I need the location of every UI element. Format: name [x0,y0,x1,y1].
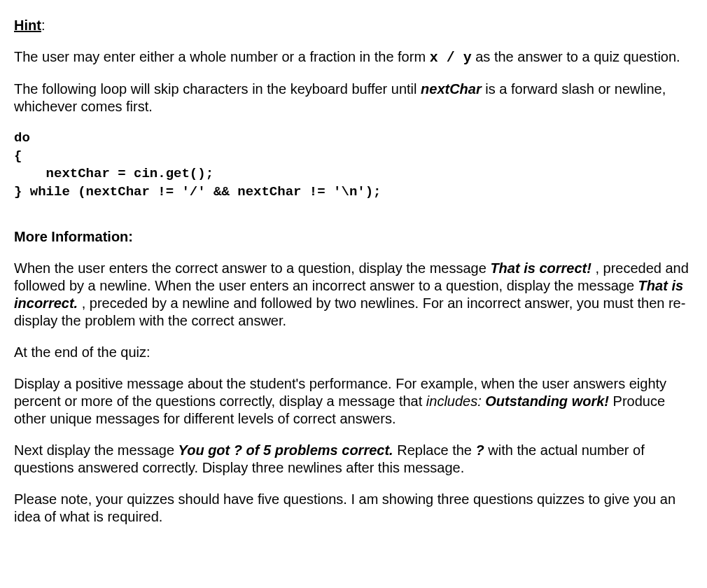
more-p3-includes: includes: [426,393,482,409]
more-p4-q: ? [476,442,484,458]
hint-p1-b: as the answer to a quiz question. [472,49,680,64]
code-block: do { nextChar = cin.get(); } while (next… [14,130,693,202]
more-info-heading: More Information: [14,228,693,246]
more-para-4: Next display the message You got ? of 5 … [14,442,693,477]
more-para-3: Display a positive message about the stu… [14,375,693,428]
hint-p1-y: y [463,50,472,66]
more-p1-a: When the user enters the correct answer … [14,260,490,276]
more-p4-b: Replace the [393,442,476,458]
hint-heading-line: Hint: [14,17,693,34]
more-p4-yougot: You got ? of 5 problems correct. [178,442,393,458]
hint-colon: : [41,18,46,33]
more-p4-a: Next display the message [14,442,178,458]
hint-heading: Hint [14,18,41,33]
hint-para-2: The following loop will skip characters … [14,80,693,115]
more-para-5: Please note, your quizzes should have fi… [14,491,693,526]
hint-p2-a: The following loop will skip characters … [14,81,421,97]
hint-p1-a: The user may enter either a whole number… [14,49,430,64]
more-para-2: At the end of the quiz: [14,344,693,361]
more-p3-outstanding: Outstanding work! [485,393,609,409]
hint-p2-nextchar: nextChar [421,81,482,97]
document-body: Hint: The user may enter either a whole … [14,17,693,526]
hint-p1-slash: / [438,50,463,66]
more-p1-c: , preceded by a newline and followed by … [14,295,685,328]
more-para-1: When the user enters the correct answer … [14,260,693,330]
hint-para-1: The user may enter either a whole number… [14,48,693,66]
more-p1-correct: That is correct! [490,260,591,276]
more-info-label: More Information: [14,229,133,244]
hint-p1-x: x [430,50,438,66]
